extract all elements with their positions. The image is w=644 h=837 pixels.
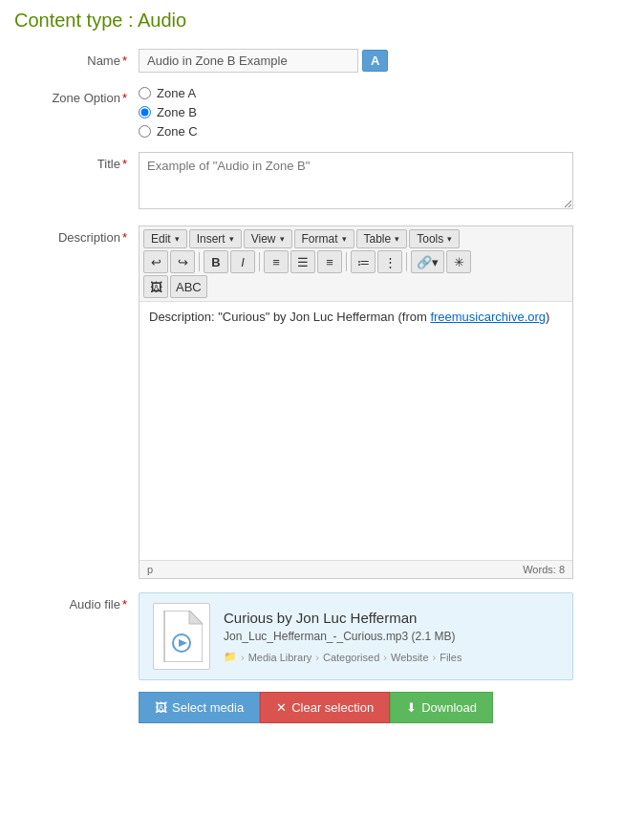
breadcrumb-categorised: Categorised bbox=[323, 652, 379, 663]
table-menu[interactable]: Table▾ bbox=[356, 229, 408, 248]
audio-breadcrumb: 📁 › Media Library › Categorised › Websit… bbox=[224, 651, 559, 663]
breadcrumb-website: Website bbox=[391, 652, 429, 663]
editor-text-prefix: Description: "Curious" by Jon Luc Heffer… bbox=[149, 310, 430, 324]
clear-selection-button[interactable]: ✕ Clear selection bbox=[260, 692, 390, 723]
align-center-button[interactable]: ☰ bbox=[290, 250, 315, 273]
audio-file-label: Audio file* bbox=[14, 592, 139, 612]
redo-button[interactable]: ↪ bbox=[170, 250, 195, 273]
audio-file-box: Curious by Jon Luc Hefferman Jon_Luc_Hef… bbox=[139, 592, 573, 680]
download-icon: ⬇ bbox=[406, 700, 417, 715]
editor-tag: p bbox=[147, 564, 153, 575]
ordered-list-button[interactable]: ⋮ bbox=[377, 250, 402, 273]
editor-toolbar: Edit▾ Insert▾ View▾ Format▾ Table▾ bbox=[140, 226, 572, 302]
insert-menu[interactable]: Insert▾ bbox=[189, 229, 242, 248]
editor-footer: p Words: 8 bbox=[140, 560, 572, 578]
name-label: Name* bbox=[14, 49, 139, 68]
audio-actions: 🖼 Select media ✕ Clear selection ⬇ Downl… bbox=[139, 692, 630, 723]
name-input[interactable] bbox=[139, 49, 358, 73]
audio-title: Curious by Jon Luc Hefferman bbox=[224, 610, 559, 626]
spellcheck-button[interactable]: ABC bbox=[170, 275, 207, 298]
audio-filename: Jon_Luc_Hefferman_-_Curious.mp3 (2.1 MB) bbox=[224, 630, 559, 643]
editor-text-suffix: ) bbox=[546, 310, 549, 324]
name-field-wrap: A bbox=[139, 49, 630, 73]
editor-content-area[interactable]: Description: "Curious" by Jon Luc Heffer… bbox=[140, 302, 572, 560]
select-media-button[interactable]: 🖼 Select media bbox=[139, 692, 260, 723]
undo-button[interactable]: ↩ bbox=[143, 250, 168, 273]
bold-button[interactable]: B bbox=[204, 250, 228, 273]
toolbar-icon-row: ↩ ↪ B I ≡ ☰ ≡ ≔ ⋮ 🔗▾ ✳ bbox=[143, 250, 569, 273]
download-button[interactable]: ⬇ Download bbox=[390, 692, 493, 723]
format-menu[interactable]: Format▾ bbox=[294, 229, 354, 248]
zone-a-option[interactable]: Zone A bbox=[139, 86, 630, 100]
zone-options: Zone A Zone B Zone C bbox=[139, 86, 630, 139]
audio-file-icon bbox=[161, 611, 203, 662]
view-menu[interactable]: View▾ bbox=[244, 229, 292, 248]
align-left-button[interactable]: ≡ bbox=[264, 250, 289, 273]
audio-info: Curious by Jon Luc Hefferman Jon_Luc_Hef… bbox=[224, 610, 559, 663]
translate-button[interactable]: A bbox=[362, 50, 388, 72]
title-input[interactable] bbox=[139, 152, 573, 209]
editor-link[interactable]: freemusicarchive.org bbox=[430, 310, 546, 324]
folder-icon: 📁 bbox=[224, 651, 237, 663]
breadcrumb-files: Files bbox=[440, 652, 462, 663]
description-editor-wrap: Edit▾ Insert▾ View▾ Format▾ Table▾ bbox=[139, 225, 630, 579]
title-label: Title* bbox=[14, 152, 139, 171]
image-icon: 🖼 bbox=[155, 700, 167, 715]
times-icon: ✕ bbox=[276, 700, 287, 715]
breadcrumb-media-library: Media Library bbox=[248, 652, 312, 663]
zone-a-radio[interactable] bbox=[139, 87, 151, 99]
zone-c-radio[interactable] bbox=[139, 125, 151, 138]
unordered-list-button[interactable]: ≔ bbox=[351, 250, 376, 273]
description-label: Description* bbox=[14, 225, 139, 245]
editor-word-count: Words: 8 bbox=[523, 564, 565, 575]
special-char-button[interactable]: ✳ bbox=[446, 250, 471, 273]
zone-b-option[interactable]: Zone B bbox=[139, 105, 630, 119]
zone-option-label: Zone Option* bbox=[14, 86, 139, 105]
italic-button[interactable]: I bbox=[230, 250, 255, 273]
page-title: Content type : Audio bbox=[14, 10, 630, 32]
toolbar-separator-3 bbox=[346, 252, 347, 271]
link-button[interactable]: 🔗▾ bbox=[411, 250, 444, 273]
audio-file-wrap: Curious by Jon Luc Hefferman Jon_Luc_Hef… bbox=[139, 592, 630, 723]
toolbar-separator-4 bbox=[406, 252, 407, 271]
audio-file-icon-wrap bbox=[153, 603, 210, 670]
rich-text-editor: Edit▾ Insert▾ View▾ Format▾ Table▾ bbox=[139, 225, 573, 579]
tools-menu[interactable]: Tools▾ bbox=[409, 229, 460, 248]
toolbar-separator-2 bbox=[259, 252, 260, 271]
title-field-wrap bbox=[139, 152, 630, 212]
zone-c-option[interactable]: Zone C bbox=[139, 124, 630, 139]
toolbar-row3: 🖼 ABC bbox=[143, 275, 569, 298]
zone-b-radio[interactable] bbox=[139, 106, 151, 118]
toolbar-separator-1 bbox=[199, 252, 200, 271]
insert-image-button[interactable]: 🖼 bbox=[143, 275, 168, 298]
align-right-button[interactable]: ≡ bbox=[317, 250, 342, 273]
edit-menu[interactable]: Edit▾ bbox=[143, 229, 187, 248]
toolbar-menu-row: Edit▾ Insert▾ View▾ Format▾ Table▾ bbox=[143, 229, 569, 248]
